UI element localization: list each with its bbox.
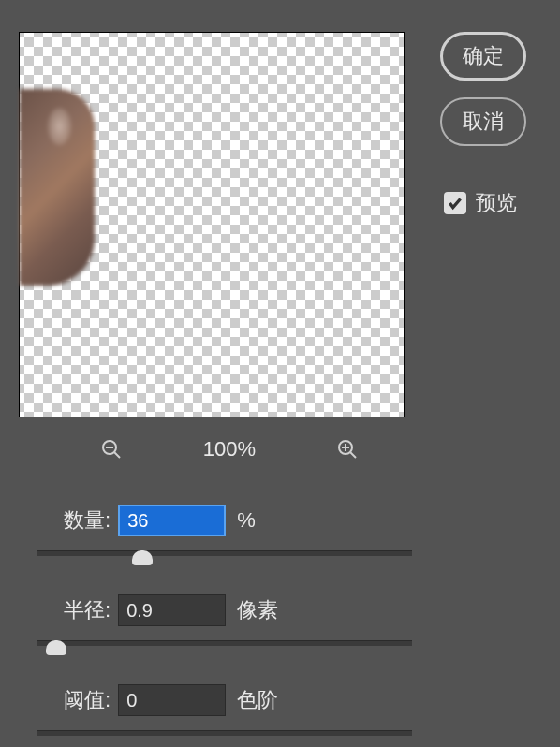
radius-unit: 像素 — [237, 596, 278, 624]
preview-image[interactable] — [19, 32, 405, 417]
amount-slider-thumb[interactable] — [132, 550, 153, 565]
amount-slider[interactable] — [37, 548, 412, 566]
radius-slider[interactable] — [37, 637, 412, 656]
preview-checkbox[interactable] — [444, 192, 466, 214]
preview-content — [20, 89, 95, 286]
radius-slider-thumb[interactable] — [46, 640, 66, 655]
zoom-level: 100% — [203, 437, 256, 461]
threshold-unit: 色阶 — [237, 686, 278, 714]
svg-line-4 — [350, 452, 356, 458]
threshold-input[interactable] — [118, 684, 226, 716]
amount-label: 数量: — [64, 506, 111, 535]
svg-line-1 — [114, 452, 120, 458]
cancel-button[interactable]: 取消 — [440, 97, 526, 146]
preview-label: 预览 — [476, 189, 517, 217]
radius-label: 半径: — [64, 596, 111, 624]
zoom-in-icon[interactable] — [334, 436, 361, 462]
threshold-label: 阈值: — [64, 686, 111, 714]
zoom-out-icon[interactable] — [98, 436, 125, 462]
radius-input[interactable] — [118, 594, 226, 626]
ok-button[interactable]: 确定 — [440, 32, 526, 81]
amount-input[interactable] — [118, 505, 226, 536]
amount-unit: % — [237, 508, 256, 533]
zoom-controls: 100% — [98, 436, 361, 462]
threshold-slider[interactable] — [37, 727, 412, 746]
